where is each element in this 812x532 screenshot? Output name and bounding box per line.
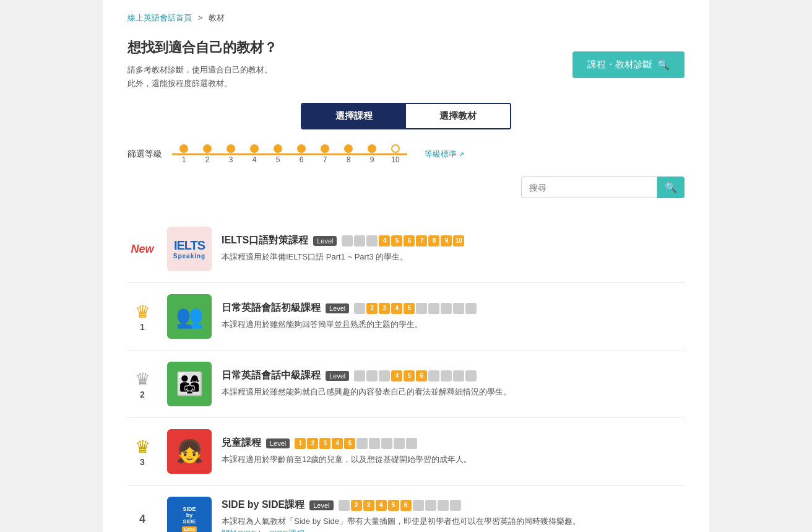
dot-circle [344,144,353,153]
level-blocks: 2 3 4 5 [354,303,477,314]
level-dot-8[interactable]: 8 [337,144,360,164]
crown-gold-icon: ♛ [135,437,150,457]
tab-select-material[interactable]: 選擇教材 [406,104,510,128]
search-input[interactable] [521,177,657,198]
lvl-9 [394,438,405,449]
level-dot-5[interactable]: 5 [266,144,290,164]
lvl-1 [342,235,353,246]
level-blocks: 4 5 6 [354,370,477,382]
lvl-4: 4 [391,370,402,382]
course-desc: 本課程適用於雖然能夠回答簡單並且熟悉的主題的學生。 [222,318,685,331]
lvl-2: 2 [307,438,318,449]
side-title: SIDEbySIDE [183,507,196,525]
lvl-10 [406,438,417,449]
breadcrumb-current: 教材 [209,13,225,22]
lvl-4: 4 [379,235,390,246]
lvl-3: 3 [379,303,390,314]
new-label: New [131,243,153,255]
rank-number: 4 [139,513,145,526]
lvl-8: 8 [428,235,439,246]
level-dot-4[interactable]: 4 [243,144,266,164]
course-desc: 本課程適用於學齡前至12歲的兒童，以及想從基礎開始學習的成年人。 [222,453,685,466]
search-row: 🔍 [127,177,685,198]
list-item: 4 SIDEbySIDE Extra SIDE by SIDE課程 Level … [127,486,685,532]
lvl-7 [369,438,380,449]
level-track: 1 2 3 4 5 [172,144,407,164]
filter-label: 篩選等級 [127,149,162,160]
level-tag: Level [326,371,349,381]
level-dot-9[interactable]: 9 [360,144,384,164]
lvl-7 [413,500,424,511]
search-button[interactable]: 🔍 [657,177,685,198]
header-text: 想找到適合自己的教材？ 請多考教材診斷，使用適合自己的教材。 此外，還能按程度篩… [127,38,277,90]
external-link-icon: ↗ [459,150,464,159]
lvl-4: 4 [391,303,402,314]
side-logo: SIDEbySIDE Extra [179,504,199,532]
dot-circle [179,144,188,153]
thumb-figure-children: 👧 [176,438,204,464]
level-dot-7[interactable]: 7 [313,144,337,164]
rank-badge-3: ♛ 3 [127,437,157,467]
side-course-link[interactable]: 關於SIDE by SIDE課程 ↗ [222,529,312,532]
list-item: ♛ 1 👥 日常英語會話初級課程 Level 2 3 4 5 [127,283,685,351]
level-dot-3[interactable]: 3 [219,144,243,164]
lvl-4: 4 [332,438,343,449]
section-title: 想找到適合自己的教材？ [127,38,277,57]
dot-circle [227,144,235,153]
lvl-3: 3 [319,438,330,449]
level-tag: Level [313,236,337,246]
level-tag: Level [266,438,290,448]
level-dot-6[interactable]: 6 [290,144,313,164]
course-title-row: 日常英語會話初級課程 Level 2 3 4 5 [222,302,685,315]
course-name: 日常英語會話中級課程 [222,369,321,382]
course-thumbnail-children[interactable]: 👧 [167,429,212,474]
lvl-6: 6 [416,370,427,382]
breadcrumb: 線上英語會話首頁 > 教材 [127,12,685,24]
lvl-1 [354,303,365,314]
lvl-7 [428,370,439,382]
rank-badge-2: ♛ 2 [127,369,157,399]
filter-row: 篩選等級 1 2 3 4 [127,144,685,164]
rank-badge-new: New [127,243,157,255]
lvl-9 [453,370,464,382]
dot-circle [368,144,376,153]
breadcrumb-home[interactable]: 線上英語會話首頁 [127,13,192,22]
course-name: IELTS口語對策課程 [222,234,308,247]
list-item: ♛ 2 👨‍👩‍👧 日常英語會話中級課程 Level 4 5 6 [127,351,685,418]
course-title-row: 日常英語會話中級課程 Level 4 5 6 [222,369,685,382]
breadcrumb-separator: > [198,13,203,22]
course-info: IELTS口語對策課程 Level 4 5 6 7 8 9 10 [222,234,685,264]
level-standard-link[interactable]: 等級標準 ↗ [425,149,464,160]
lvl-2: 2 [351,500,362,511]
course-title-row: SIDE by SIDE課程 Level 2 3 4 5 6 [222,499,685,512]
course-thumbnail-daily1[interactable]: 👥 [167,294,212,339]
course-thumbnail-side[interactable]: SIDEbySIDE Extra [167,497,212,532]
lvl-6 [356,438,368,449]
lvl-5: 5 [344,438,355,449]
level-dot-2[interactable]: 2 [196,144,219,164]
dot-circle [297,144,306,153]
search-icon: 🔍 [665,182,677,193]
level-dot-10[interactable]: 10 [384,144,407,164]
lvl-3 [379,370,390,382]
ielts-logo: IELTS [174,238,205,253]
lvl-5: 5 [404,303,415,314]
lvl-8 [425,500,436,511]
course-thumbnail-ielts[interactable]: IELTS Speaking [167,227,212,271]
rank-badge-1: ♛ 1 [127,302,157,332]
lvl-3: 3 [363,500,374,511]
thumb-figure-daily1: 👥 [176,303,204,329]
diagnose-button[interactable]: 課程・教材診斷 🔍 [572,51,685,78]
section-desc-line1: 請多考教材診斷，使用適合自己的教材。 [127,63,277,77]
header-section: 想找到適合自己的教材？ 請多考教材診斷，使用適合自己的教材。 此外，還能按程度篩… [127,38,685,90]
course-thumbnail-daily2[interactable]: 👨‍👩‍👧 [167,362,212,406]
course-tabs: 選擇課程 選擇教材 [301,103,511,129]
course-list: New IELTS Speaking IELTS口語對策課程 Level 4 5 [127,216,685,532]
side-extra: Extra [182,526,197,532]
level-dot-1[interactable]: 1 [172,144,196,164]
section-desc-line2: 此外，還能按程度篩選教材。 [127,77,277,90]
lvl-10 [465,303,477,314]
tab-select-course[interactable]: 選擇課程 [302,104,406,128]
rank-number: 3 [140,457,145,467]
rank-badge-4: 4 [127,513,157,526]
